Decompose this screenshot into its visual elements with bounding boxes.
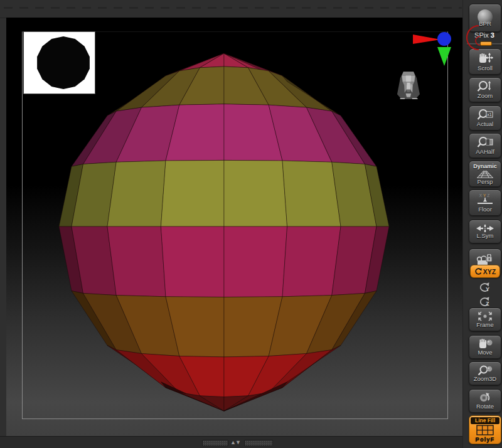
move-hand-icon: [477, 338, 493, 349]
tray-toggle-arrows[interactable]: ▲▼: [227, 438, 243, 447]
zoom3d-button[interactable]: Zoom3D: [469, 361, 501, 385]
spix-value: 3: [491, 31, 494, 39]
scroll-hand-icon: [477, 52, 493, 65]
alpha-preview: [23, 31, 95, 94]
lsym-button[interactable]: L.Sym: [469, 220, 501, 243]
sphere-face: [224, 227, 287, 297]
head-facet: [406, 76, 412, 82]
rotate-icon: [477, 392, 493, 403]
floor-label: Floor: [478, 206, 492, 213]
y-axis-arrow-icon[interactable]: [437, 47, 451, 66]
persp-dynamic-label: Dynamic: [473, 163, 497, 170]
head-facet: [402, 72, 415, 75]
move-button[interactable]: Move: [469, 335, 501, 359]
scroll-label: Scroll: [478, 65, 493, 72]
polyf-label: PolyF: [476, 435, 495, 442]
polyf-grid-icon: [476, 425, 494, 435]
sphere-face: [224, 160, 287, 227]
zbrush-window: { "accent": "#f29018", "canvas": { "back…: [0, 0, 502, 448]
sphere-face: [107, 161, 166, 227]
y-rotate-icon: Y: [476, 280, 493, 294]
sphere-face: [200, 396, 225, 411]
y-rotate-label: Y: [486, 286, 489, 292]
menu-tick-marks: [4, 7, 462, 9]
rotate-button[interactable]: Rotate: [469, 389, 501, 413]
sphere-face: [107, 227, 166, 297]
move-label: Move: [478, 349, 492, 356]
frame-icon: [478, 311, 493, 321]
polymesh-head-icon[interactable]: [397, 72, 420, 99]
actual-x1-badge: x1: [487, 112, 492, 117]
sphere-face: [161, 227, 224, 297]
brush-cursor-arc: [461, 23, 490, 53]
polyf-button[interactable]: Line Fill PolyF: [469, 415, 501, 444]
aahalf-label: AAHalf: [476, 148, 494, 155]
floor-axes-toggles[interactable]: XYZ: [479, 193, 491, 198]
actual-label: Actual: [477, 120, 493, 127]
actual-button[interactable]: x1 Actual: [469, 105, 501, 131]
persp-button[interactable]: Dynamic Persp: [469, 161, 501, 187]
lsym-label: L.Sym: [477, 232, 494, 239]
camera-gizmo[interactable]: [388, 30, 463, 99]
zoom3d-icon: [477, 365, 493, 375]
bottom-tray-bar: ▲▼: [0, 436, 502, 448]
frame-label: Frame: [476, 321, 493, 328]
frame-button[interactable]: Frame: [469, 307, 501, 331]
aahalf-button[interactable]: AAHalf: [469, 133, 501, 158]
sphere-face: [282, 227, 341, 297]
top-menu-strip: [0, 0, 502, 18]
alpha-circle-icon: [24, 32, 95, 93]
floor-axis-z: Z: [487, 193, 491, 198]
aahalf-magnifier-icon: [477, 136, 493, 148]
head-facet: [406, 93, 412, 97]
tray-grip-left[interactable]: [202, 440, 228, 446]
xyz-rotate-icon: [474, 267, 483, 275]
sphere-face: [161, 160, 224, 227]
right-shelf: BPR SPix 3 Scroll Zoom x1: [462, 0, 502, 448]
persp-label: Persp: [478, 178, 493, 185]
sphere-face: [282, 161, 341, 227]
y-rotate-button[interactable]: Y: [476, 280, 493, 296]
z-rotate-icon: Z: [476, 295, 493, 309]
zoom-magnifier-icon: [477, 80, 493, 92]
persp-grid-icon: [476, 170, 494, 178]
x-axis-arrow-icon[interactable]: [413, 35, 441, 44]
zoom-label: Zoom: [478, 92, 493, 99]
zoom-button[interactable]: Zoom: [469, 77, 501, 102]
sphere-face: [200, 53, 225, 68]
z-rotate-label: Z: [486, 301, 489, 307]
actual-magnifier-icon: x1: [477, 109, 493, 120]
document-canvas[interactable]: [6, 18, 462, 436]
lsym-icon: [476, 225, 494, 232]
xyz-rotate-button[interactable]: XYZ: [470, 265, 500, 278]
head-facet: [404, 97, 413, 99]
rotate-label: Rotate: [476, 403, 494, 410]
z-axis-dot-icon[interactable]: [437, 32, 451, 46]
xyz-label: XYZ: [483, 268, 496, 275]
zoom3d-label: Zoom3D: [474, 375, 496, 382]
line-fill-label: Line Fill: [471, 417, 499, 424]
floor-icon: [476, 198, 494, 206]
tray-grip-right[interactable]: [244, 440, 273, 446]
floor-button[interactable]: XYZ Floor: [469, 189, 501, 216]
